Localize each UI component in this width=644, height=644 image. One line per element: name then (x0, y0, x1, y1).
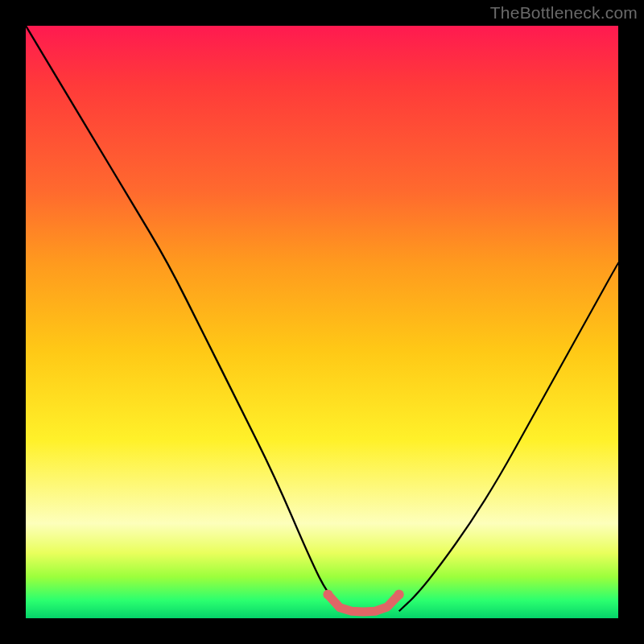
left-curve (26, 26, 345, 611)
valley-highlight (328, 595, 398, 612)
watermark-text: TheBottleneck.com (490, 3, 638, 23)
right-curve (399, 262, 618, 611)
valley-dot-right (394, 590, 404, 600)
valley-dot-left (323, 590, 332, 600)
plot-area (26, 26, 618, 618)
chart-svg (26, 26, 618, 618)
chart-frame: TheBottleneck.com (0, 0, 644, 644)
curve-group (26, 26, 618, 612)
